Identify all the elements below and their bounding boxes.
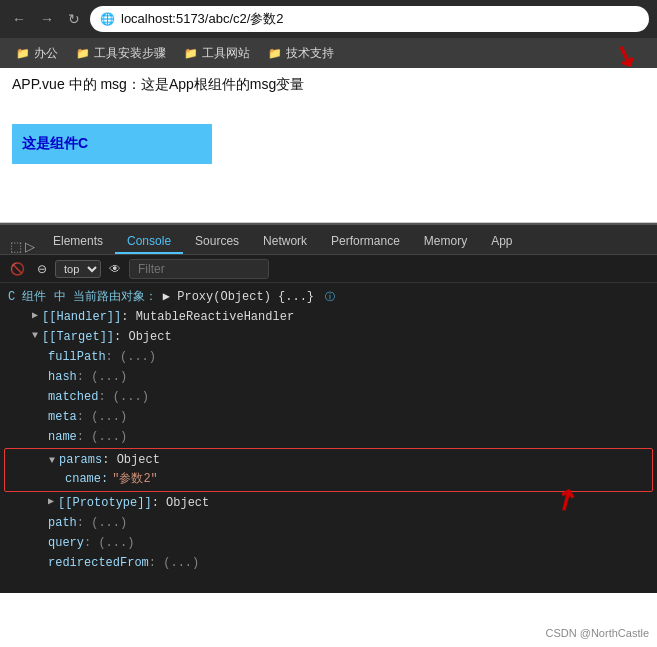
page-content: APP.vue 中的 msg：这是App根组件的msg变量 这是组件C bbox=[0, 68, 657, 223]
query-val: : (...) bbox=[84, 534, 134, 552]
meta-key: meta bbox=[48, 408, 77, 426]
folder-icon-tech-support: 📁 bbox=[268, 47, 282, 60]
tab-performance[interactable]: Performance bbox=[319, 230, 412, 254]
hash-val: : (...) bbox=[77, 368, 127, 386]
tab-console[interactable]: Console bbox=[115, 230, 183, 254]
bookmark-label-tech-support: 技术支持 bbox=[286, 45, 334, 62]
bookmark-label-tools-site: 工具网站 bbox=[202, 45, 250, 62]
target-key: [[Target]] bbox=[42, 328, 114, 346]
console-output: C 组件 中 当前路由对象： ▶ Proxy(Object) {...} ⓘ ▶… bbox=[0, 283, 657, 593]
meta-val: : (...) bbox=[77, 408, 127, 426]
tree-handler[interactable]: ▶ [[Handler]] : MutableReactiveHandler bbox=[0, 307, 657, 327]
browser-chrome: ← → ↻ 🌐 localhost:5173/abc/c2/参数2 bbox=[0, 0, 657, 38]
devtools-panel: ⬚ ▷ Elements Console Sources Network Per… bbox=[0, 223, 657, 593]
devtools-tabs: ⬚ ▷ Elements Console Sources Network Per… bbox=[0, 225, 657, 255]
handler-val: : MutableReactiveHandler bbox=[121, 308, 294, 326]
back-button[interactable]: ← bbox=[8, 9, 30, 29]
cname-key: cname: bbox=[65, 470, 108, 489]
tab-elements[interactable]: Elements bbox=[41, 230, 115, 254]
expand-arrow-handler: ▶ bbox=[32, 308, 38, 323]
bookmark-item-office[interactable]: 📁 办公 bbox=[8, 43, 66, 64]
context-select[interactable]: top bbox=[55, 260, 101, 278]
tab-network[interactable]: Network bbox=[251, 230, 319, 254]
console-main-line: C 组件 中 当前路由对象： ▶ Proxy(Object) {...} ⓘ bbox=[0, 287, 657, 307]
expand-arrow-params: ▼ bbox=[49, 453, 55, 469]
tree-query: query : (...) bbox=[0, 533, 657, 553]
expand-arrow-prototype: ▶ bbox=[48, 494, 54, 509]
refresh-button[interactable]: ↻ bbox=[64, 9, 84, 29]
csdn-watermark: CSDN @NorthCastle bbox=[546, 627, 649, 639]
devtools-icon-inspector[interactable]: ⬚ bbox=[10, 239, 22, 254]
query-key: query bbox=[48, 534, 84, 552]
devtools-toolbar: 🚫 ⊖ top 👁 bbox=[0, 255, 657, 283]
bookmarks-bar: 📁 办公 📁 工具安装步骤 📁 工具网站 📁 技术支持 bbox=[0, 38, 657, 68]
name-key: name bbox=[48, 428, 77, 446]
tab-sources[interactable]: Sources bbox=[183, 230, 251, 254]
devtools-icon-console[interactable]: ▷ bbox=[25, 239, 35, 254]
folder-icon-tools-install: 📁 bbox=[76, 47, 90, 60]
cname-val: "参数2" bbox=[112, 470, 158, 489]
bookmark-item-tools-site[interactable]: 📁 工具网站 bbox=[176, 43, 258, 64]
handler-key: [[Handler]] bbox=[42, 308, 121, 326]
path-key: path bbox=[48, 514, 77, 532]
globe-icon: 🌐 bbox=[100, 12, 115, 26]
params-val: : Object bbox=[102, 451, 160, 470]
matched-key: matched bbox=[48, 388, 98, 406]
hash-key: hash bbox=[48, 368, 77, 386]
bookmark-item-tech-support[interactable]: 📁 技术支持 bbox=[260, 43, 342, 64]
fullpath-val: : (...) bbox=[106, 348, 156, 366]
name-val: : (...) bbox=[77, 428, 127, 446]
component-c-area: 这是组件C bbox=[12, 124, 212, 164]
clear-console-button[interactable]: 🚫 bbox=[6, 260, 29, 278]
address-bar[interactable]: 🌐 localhost:5173/abc/c2/参数2 bbox=[90, 6, 649, 32]
bookmark-label-office: 办公 bbox=[34, 45, 58, 62]
tree-name: name : (...) bbox=[0, 427, 657, 447]
prototype-key: [[Prototype]] bbox=[58, 494, 152, 512]
filter-toggle-button[interactable]: ⊖ bbox=[33, 260, 51, 278]
component-c-text: 这是组件C bbox=[22, 135, 88, 153]
info-icon: ⓘ bbox=[325, 292, 335, 303]
console-line-prefix: C 组件 中 当前路由对象： bbox=[8, 288, 157, 306]
expand-arrow-target: ▼ bbox=[32, 328, 38, 343]
forward-button[interactable]: → bbox=[36, 9, 58, 29]
params-key: params bbox=[59, 451, 102, 470]
folder-icon-office: 📁 bbox=[16, 47, 30, 60]
target-val: : Object bbox=[114, 328, 172, 346]
tree-path: path : (...) bbox=[0, 513, 657, 533]
tree-fullpath: fullPath : (...) bbox=[0, 347, 657, 367]
app-msg: APP.vue 中的 msg：这是App根组件的msg变量 bbox=[12, 76, 645, 94]
tree-hash: hash : (...) bbox=[0, 367, 657, 387]
tree-target[interactable]: ▼ [[Target]] : Object bbox=[0, 327, 657, 347]
address-text: localhost:5173/abc/c2/参数2 bbox=[121, 10, 284, 28]
tab-app[interactable]: App bbox=[479, 230, 524, 254]
bookmark-label-tools-install: 工具安装步骤 bbox=[94, 45, 166, 62]
path-val: : (...) bbox=[77, 514, 127, 532]
filter-input[interactable] bbox=[129, 259, 269, 279]
page-wrapper: ← → ↻ 🌐 localhost:5173/abc/c2/参数2 📁 办公 📁… bbox=[0, 0, 657, 647]
tree-redirectedfrom: redirectedFrom : (...) bbox=[0, 553, 657, 573]
fullpath-key: fullPath bbox=[48, 348, 106, 366]
tab-memory[interactable]: Memory bbox=[412, 230, 479, 254]
bookmark-item-tools-install[interactable]: 📁 工具安装步骤 bbox=[68, 43, 174, 64]
prototype-val: : Object bbox=[152, 494, 210, 512]
matched-val: : (...) bbox=[98, 388, 148, 406]
folder-icon-tools-site: 📁 bbox=[184, 47, 198, 60]
redirectedfrom-val: : (...) bbox=[149, 554, 199, 572]
params-line[interactable]: ▼ params : Object bbox=[49, 451, 648, 470]
eye-button[interactable]: 👁 bbox=[105, 260, 125, 278]
tree-meta: meta : (...) bbox=[0, 407, 657, 427]
proxy-label[interactable]: ▶ Proxy(Object) {...} ⓘ bbox=[163, 288, 335, 306]
redirectedfrom-key: redirectedFrom bbox=[48, 554, 149, 572]
tree-matched: matched : (...) bbox=[0, 387, 657, 407]
